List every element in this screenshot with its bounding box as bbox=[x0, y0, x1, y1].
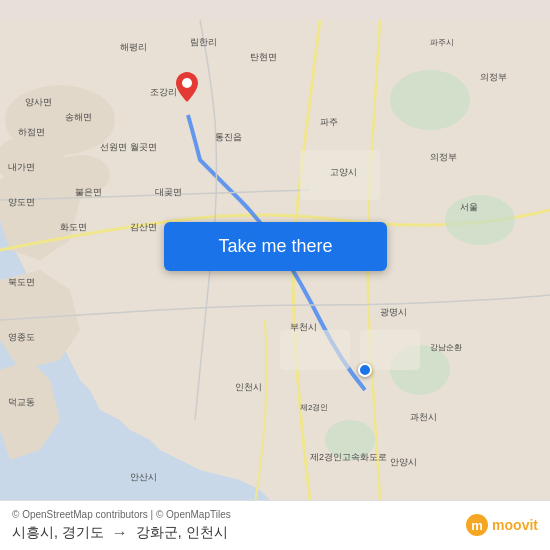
svg-point-9 bbox=[445, 195, 515, 245]
svg-text:서울: 서울 bbox=[460, 202, 478, 212]
route-origin: 시흥시, 경기도 bbox=[12, 524, 104, 542]
route-destination: 강화군, 인천시 bbox=[136, 524, 228, 542]
svg-text:불은면: 불은면 bbox=[75, 187, 102, 197]
svg-text:내가면: 내가면 bbox=[8, 162, 35, 172]
map-attribution: © OpenStreetMap contributors | © OpenMap… bbox=[12, 509, 538, 520]
moovit-brand-name: moovit bbox=[492, 517, 538, 533]
svg-text:과천시: 과천시 bbox=[410, 412, 437, 422]
origin-marker bbox=[358, 363, 372, 377]
svg-text:해평리: 해평리 bbox=[120, 42, 147, 52]
svg-text:부천시: 부천시 bbox=[290, 322, 317, 332]
svg-text:통진읍: 통진읍 bbox=[215, 132, 242, 142]
svg-text:의정부: 의정부 bbox=[480, 72, 507, 82]
svg-text:고양시: 고양시 bbox=[330, 167, 357, 177]
moovit-icon: m bbox=[466, 514, 488, 536]
svg-point-50 bbox=[182, 78, 192, 88]
svg-text:영종도: 영종도 bbox=[8, 332, 35, 342]
svg-text:안산시: 안산시 bbox=[130, 472, 157, 482]
svg-text:대곶면: 대곶면 bbox=[155, 187, 182, 197]
svg-text:덕교동: 덕교동 bbox=[8, 397, 35, 407]
route-arrow-icon: → bbox=[112, 524, 128, 542]
svg-text:선원면 월곳면: 선원면 월곳면 bbox=[100, 142, 157, 152]
svg-text:송해면: 송해면 bbox=[65, 112, 92, 122]
svg-text:양도면: 양도면 bbox=[8, 197, 35, 207]
moovit-logo: m moovit bbox=[466, 514, 538, 536]
svg-rect-13 bbox=[280, 330, 350, 370]
svg-text:림한리: 림한리 bbox=[190, 37, 217, 47]
svg-text:파주시: 파주시 bbox=[430, 38, 454, 47]
svg-text:파주: 파주 bbox=[320, 117, 338, 127]
svg-text:양사면: 양사면 bbox=[25, 97, 52, 107]
svg-text:화도면: 화도면 bbox=[60, 222, 87, 232]
svg-text:김산면: 김산면 bbox=[130, 222, 157, 232]
svg-text:인천시: 인천시 bbox=[235, 382, 262, 392]
svg-text:강남순환: 강남순환 bbox=[430, 343, 462, 352]
svg-text:안양시: 안양시 bbox=[390, 457, 417, 467]
svg-text:북도면: 북도면 bbox=[8, 277, 35, 287]
svg-point-8 bbox=[390, 70, 470, 130]
take-me-there-button[interactable]: Take me there bbox=[164, 222, 387, 271]
svg-text:광명시: 광명시 bbox=[380, 307, 407, 317]
svg-text:조강리: 조강리 bbox=[150, 87, 177, 97]
svg-text:의정부: 의정부 bbox=[430, 152, 457, 162]
map-background: 양사면 해평리 림한리 탄현면 파주시 의정부 하점면 송해면 조강리 내가면 … bbox=[0, 0, 550, 550]
destination-marker bbox=[176, 72, 198, 102]
svg-text:제2경인고속화도로: 제2경인고속화도로 bbox=[310, 452, 387, 462]
route-info: 시흥시, 경기도 → 강화군, 인천시 bbox=[12, 524, 538, 542]
map-container: 양사면 해평리 림한리 탄현면 파주시 의정부 하점면 송해면 조강리 내가면 … bbox=[0, 0, 550, 550]
svg-text:탄현면: 탄현면 bbox=[250, 52, 277, 62]
svg-text:하점면: 하점면 bbox=[18, 127, 45, 137]
svg-text:제2경인: 제2경인 bbox=[300, 403, 328, 412]
